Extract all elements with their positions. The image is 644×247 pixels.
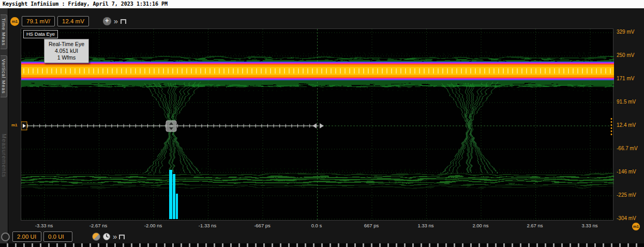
titlebar: Keysight Infiniium : Friday, April 7, 20…: [0, 0, 644, 8]
vertical-scale-toolbar: m1 79.1 mV/ 12.4 mV + »: [10, 16, 126, 27]
sidebar-panel-label: Measurements: [1, 134, 7, 178]
graticule-grid: [21, 29, 614, 221]
eye-bottom-rail: [21, 169, 614, 186]
voltage-label: 329 mV: [617, 29, 634, 35]
dock-icon[interactable]: [119, 235, 125, 239]
tooltip-population: 4.051 kUI: [49, 48, 84, 54]
marker-m1-badge[interactable]: m1: [10, 17, 19, 26]
voltage-label: -146 mV: [617, 169, 636, 175]
dock-icon[interactable]: [121, 19, 126, 24]
add-icon[interactable]: +: [103, 17, 111, 25]
time-label: -1.33 ns: [199, 223, 216, 228]
time-label: -667 ps: [254, 223, 271, 228]
time-label: 667 ps: [364, 223, 379, 228]
plot-title-tab[interactable]: HS Data Eye: [23, 30, 58, 38]
voltage-label: 91.5 mV: [617, 99, 636, 105]
expand-chevrons-icon[interactable]: »: [113, 233, 117, 241]
voltage-label: -225 mV: [617, 192, 636, 198]
oscilloscope-screen: Keysight Infiniium : Friday, April 7, 20…: [0, 0, 644, 247]
cursor-line[interactable]: [21, 121, 324, 132]
cursor-drag-handle[interactable]: [166, 121, 176, 132]
expand-chevrons-icon[interactable]: »: [114, 17, 118, 25]
voltage-label: -304 mV: [617, 215, 636, 221]
sidebar-tab-time-meas[interactable]: Time Meas: [1, 14, 7, 49]
voltage-label: 12.4 mV: [617, 122, 636, 128]
bottom-edge-strip: [0, 243, 644, 247]
timing-histogram: [169, 170, 178, 219]
eye-diagram-canvas: [21, 29, 614, 221]
time-label: -2.67 ns: [89, 223, 107, 228]
sidebar: Time Meas Vertical Meas Measurements: [0, 8, 8, 243]
voltage-label: -66.7 mV: [617, 146, 638, 151]
marker-m1-corner-badge[interactable]: m1: [632, 223, 640, 230]
tooltip-waveforms: 1 Wfms: [49, 54, 84, 61]
horizontal-mode-icon[interactable]: [92, 233, 100, 241]
time-label: 2.67 ns: [527, 223, 543, 228]
time-label: -3.33 ns: [35, 223, 53, 228]
time-label: 2.00 ns: [472, 223, 488, 228]
time-label: -2.00 ns: [144, 223, 162, 228]
horizontal-position-field[interactable]: 0.0 UI: [43, 231, 72, 242]
sidebar-tab-vertical-meas[interactable]: Vertical Meas: [1, 55, 7, 97]
horizontal-scale-field[interactable]: 2.00 UI: [12, 231, 41, 242]
voltage-label: 171 mV: [617, 76, 634, 81]
clock-icon[interactable]: [102, 233, 111, 241]
eye-tooltip: Real-Time Eye 4.051 kUI 1 Wfms: [44, 39, 89, 63]
cursor-left-marker[interactable]: [21, 122, 27, 130]
titlebar-text: Keysight Infiniium : Friday, April 7, 20…: [3, 1, 168, 7]
time-label: 0.0 s: [311, 223, 322, 228]
tooltip-title: Real-Time Eye: [49, 41, 84, 48]
marker-m1-label[interactable]: m1: [11, 123, 18, 127]
time-label: 3.33 ns: [581, 223, 597, 228]
vertical-scale-field[interactable]: 79.1 mV/: [22, 16, 55, 26]
collapse-icon[interactable]: [1, 233, 10, 241]
voltage-label: 250 mV: [617, 52, 634, 58]
horizontal-scale-toolbar: 2.00 UI 0.0 UI »: [12, 231, 125, 242]
vertical-offset-field[interactable]: 12.4 mV: [57, 16, 89, 26]
waveform-display[interactable]: HS Data Eye Real-Time Eye 4.051 kUI 1 Wf…: [21, 28, 613, 221]
time-label: 1.33 ns: [417, 223, 433, 228]
